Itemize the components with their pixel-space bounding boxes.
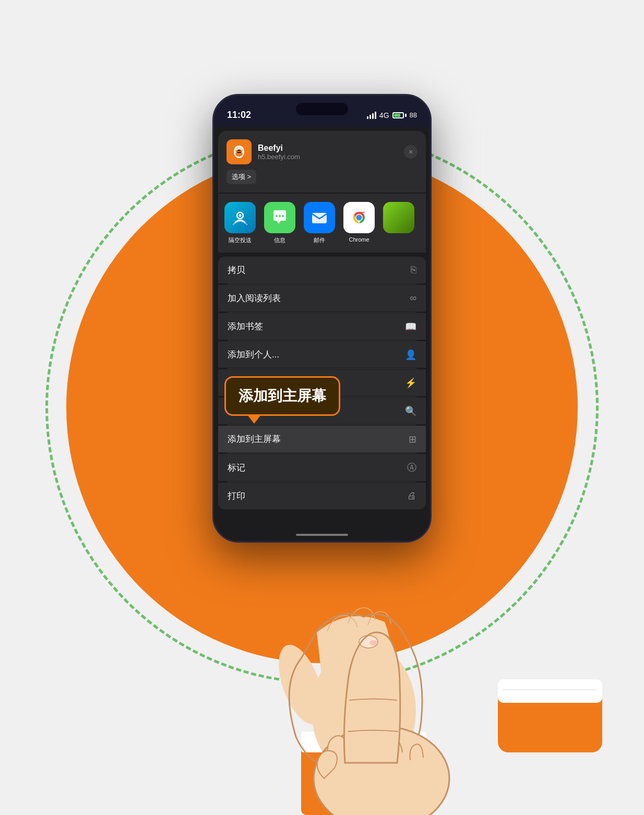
menu-item-copy[interactable]: 拷贝 ⎘ — [218, 257, 426, 283]
plus-square-icon: ⊞ — [409, 434, 416, 445]
svg-point-15 — [279, 215, 281, 217]
bolt-icon: ⚡ — [405, 377, 416, 389]
pointing-finger-illustration — [282, 580, 481, 815]
svg-point-16 — [282, 215, 284, 217]
site-name: Beefyi — [258, 143, 418, 153]
svg-point-14 — [276, 215, 278, 217]
airdrop-label: 隔空投送 — [229, 236, 252, 244]
printer-icon: 🖨 — [407, 490, 416, 501]
menu-item-print[interactable]: 打印 🖨 — [218, 483, 426, 509]
site-favicon — [226, 139, 252, 164]
svg-rect-9 — [237, 152, 241, 153]
app-item-partial[interactable] — [383, 202, 414, 244]
svg-point-13 — [239, 214, 242, 217]
search-icon: 🔍 — [405, 405, 416, 417]
app-item-mail[interactable]: 邮件 — [304, 202, 335, 244]
chrome-app-icon — [343, 202, 375, 233]
menu-item-personal-label: 添加到个人... — [228, 349, 279, 361]
network-type: 4G — [379, 111, 389, 119]
svg-rect-26 — [498, 679, 602, 703]
menu-item-add-homescreen[interactable]: 添加到主屏幕 ⊞ — [218, 426, 426, 452]
menu-item-bookmark-label: 添加书签 — [228, 320, 263, 332]
status-bar: 11:02 4G 88 — [214, 95, 430, 127]
app-item-messages[interactable]: 信息 — [264, 202, 295, 244]
status-time: 11:02 — [227, 110, 251, 121]
menu-item-copy-label: 拷贝 — [228, 264, 245, 276]
phone-body: 11:02 4G 88 — [212, 94, 432, 543]
airdrop-icon — [224, 202, 256, 233]
mail-icon — [304, 202, 335, 233]
menu-item-markup-label: 标记 — [228, 462, 245, 474]
battery-percent: 88 — [410, 111, 417, 119]
person-icon: 👤 — [405, 349, 416, 361]
phone-screen: Beefyi h5.beefyi.com × 选项 > — [214, 127, 430, 541]
options-button[interactable]: 选项 > — [226, 170, 256, 184]
dynamic-island — [296, 103, 348, 115]
svg-point-20 — [356, 215, 362, 221]
messages-icon — [264, 202, 295, 233]
close-button[interactable]: × — [404, 145, 418, 159]
markup-icon: Ⓐ — [407, 461, 416, 474]
app-item-chrome[interactable]: Chrome — [343, 202, 375, 244]
battery-icon — [392, 112, 407, 118]
app-item-airdrop[interactable]: 隔空投送 — [224, 202, 256, 244]
menu-item-homescreen-label: 添加到主屏幕 — [228, 433, 281, 445]
menu-item-markup[interactable]: 标记 Ⓐ — [218, 454, 426, 481]
svg-point-24 — [369, 640, 378, 645]
menu-item-print-label: 打印 — [228, 490, 245, 502]
bookmark-icon: 📖 — [405, 321, 416, 332]
menu-item-bookmark[interactable]: 添加书签 📖 — [218, 313, 426, 340]
site-url: h5.beefyi.com — [258, 153, 418, 161]
copy-icon: ⎘ — [411, 265, 416, 275]
apps-share-row: 隔空投送 信息 — [218, 194, 426, 253]
menu-item-reading-list[interactable]: 加入阅读列表 ∞ — [218, 285, 426, 311]
menu-item-reading-label: 加入阅读列表 — [228, 292, 281, 304]
tooltip-text: 添加到主屏幕 — [238, 388, 326, 404]
partial-app-icon — [383, 202, 414, 233]
share-sheet-header: Beefyi h5.beefyi.com × 选项 > — [218, 131, 426, 193]
chrome-label: Chrome — [349, 236, 369, 243]
sleeve-illustration — [498, 648, 602, 752]
site-text-block: Beefyi h5.beefyi.com — [258, 143, 418, 161]
home-indicator — [296, 534, 348, 536]
add-homescreen-tooltip: 添加到主屏幕 — [224, 376, 340, 416]
status-indicators: 4G 88 — [367, 111, 417, 119]
menu-item-add-personal[interactable]: 添加到个人... 👤 — [218, 341, 426, 368]
site-info: Beefyi h5.beefyi.com × — [226, 139, 418, 164]
signal-icon — [367, 112, 376, 119]
glasses-icon: ∞ — [410, 293, 416, 304]
messages-label: 信息 — [274, 236, 285, 244]
phone-device: 11:02 4G 88 — [212, 94, 432, 543]
scene-container: 11:02 4G 88 — [0, 0, 644, 815]
mail-label: 邮件 — [314, 236, 325, 244]
